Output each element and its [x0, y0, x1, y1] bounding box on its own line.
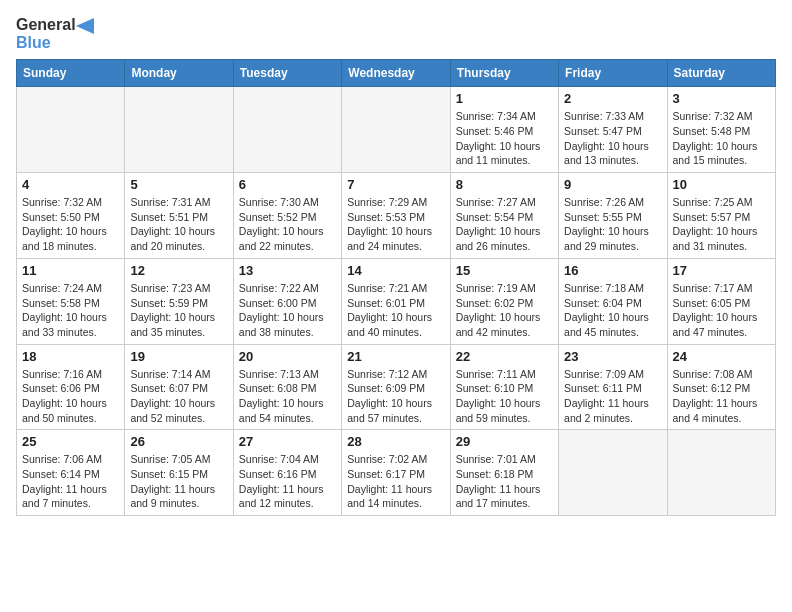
day-number: 21 — [347, 349, 444, 364]
day-info: Sunrise: 7:18 AM Sunset: 6:04 PM Dayligh… — [564, 281, 661, 340]
day-number: 29 — [456, 434, 553, 449]
day-info: Sunrise: 7:32 AM Sunset: 5:50 PM Dayligh… — [22, 195, 119, 254]
day-number: 8 — [456, 177, 553, 192]
day-number: 4 — [22, 177, 119, 192]
calendar-day-cell — [17, 87, 125, 173]
day-of-week-header: Saturday — [667, 60, 775, 87]
calendar-day-cell: 27Sunrise: 7:04 AM Sunset: 6:16 PM Dayli… — [233, 430, 341, 516]
calendar-day-cell: 26Sunrise: 7:05 AM Sunset: 6:15 PM Dayli… — [125, 430, 233, 516]
calendar-day-cell: 15Sunrise: 7:19 AM Sunset: 6:02 PM Dayli… — [450, 258, 558, 344]
day-info: Sunrise: 7:11 AM Sunset: 6:10 PM Dayligh… — [456, 367, 553, 426]
day-number: 12 — [130, 263, 227, 278]
calendar-day-cell: 1Sunrise: 7:34 AM Sunset: 5:46 PM Daylig… — [450, 87, 558, 173]
calendar-day-cell: 8Sunrise: 7:27 AM Sunset: 5:54 PM Daylig… — [450, 173, 558, 259]
day-number: 11 — [22, 263, 119, 278]
day-number: 19 — [130, 349, 227, 364]
logo: General Blue — [16, 16, 94, 51]
day-info: Sunrise: 7:05 AM Sunset: 6:15 PM Dayligh… — [130, 452, 227, 511]
day-number: 5 — [130, 177, 227, 192]
calendar-day-cell: 12Sunrise: 7:23 AM Sunset: 5:59 PM Dayli… — [125, 258, 233, 344]
calendar-day-cell — [125, 87, 233, 173]
day-info: Sunrise: 7:29 AM Sunset: 5:53 PM Dayligh… — [347, 195, 444, 254]
day-number: 26 — [130, 434, 227, 449]
calendar-day-cell: 24Sunrise: 7:08 AM Sunset: 6:12 PM Dayli… — [667, 344, 775, 430]
day-number: 9 — [564, 177, 661, 192]
calendar-day-cell: 25Sunrise: 7:06 AM Sunset: 6:14 PM Dayli… — [17, 430, 125, 516]
calendar-day-cell: 20Sunrise: 7:13 AM Sunset: 6:08 PM Dayli… — [233, 344, 341, 430]
day-number: 28 — [347, 434, 444, 449]
day-of-week-header: Monday — [125, 60, 233, 87]
day-info: Sunrise: 7:25 AM Sunset: 5:57 PM Dayligh… — [673, 195, 770, 254]
day-of-week-header: Wednesday — [342, 60, 450, 87]
calendar-day-cell — [233, 87, 341, 173]
day-number: 2 — [564, 91, 661, 106]
calendar-week-row: 18Sunrise: 7:16 AM Sunset: 6:06 PM Dayli… — [17, 344, 776, 430]
calendar-week-row: 11Sunrise: 7:24 AM Sunset: 5:58 PM Dayli… — [17, 258, 776, 344]
day-info: Sunrise: 7:13 AM Sunset: 6:08 PM Dayligh… — [239, 367, 336, 426]
day-info: Sunrise: 7:14 AM Sunset: 6:07 PM Dayligh… — [130, 367, 227, 426]
day-info: Sunrise: 7:02 AM Sunset: 6:17 PM Dayligh… — [347, 452, 444, 511]
day-number: 17 — [673, 263, 770, 278]
calendar-day-cell: 3Sunrise: 7:32 AM Sunset: 5:48 PM Daylig… — [667, 87, 775, 173]
calendar-day-cell: 4Sunrise: 7:32 AM Sunset: 5:50 PM Daylig… — [17, 173, 125, 259]
day-number: 7 — [347, 177, 444, 192]
day-of-week-header: Tuesday — [233, 60, 341, 87]
day-of-week-header: Friday — [559, 60, 667, 87]
calendar-day-cell: 19Sunrise: 7:14 AM Sunset: 6:07 PM Dayli… — [125, 344, 233, 430]
calendar-day-cell: 28Sunrise: 7:02 AM Sunset: 6:17 PM Dayli… — [342, 430, 450, 516]
day-info: Sunrise: 7:09 AM Sunset: 6:11 PM Dayligh… — [564, 367, 661, 426]
day-number: 25 — [22, 434, 119, 449]
calendar-week-row: 1Sunrise: 7:34 AM Sunset: 5:46 PM Daylig… — [17, 87, 776, 173]
day-info: Sunrise: 7:17 AM Sunset: 6:05 PM Dayligh… — [673, 281, 770, 340]
calendar-table: SundayMondayTuesdayWednesdayThursdayFrid… — [16, 59, 776, 516]
calendar-day-cell: 6Sunrise: 7:30 AM Sunset: 5:52 PM Daylig… — [233, 173, 341, 259]
day-info: Sunrise: 7:01 AM Sunset: 6:18 PM Dayligh… — [456, 452, 553, 511]
day-number: 22 — [456, 349, 553, 364]
day-number: 20 — [239, 349, 336, 364]
day-of-week-header: Thursday — [450, 60, 558, 87]
day-info: Sunrise: 7:31 AM Sunset: 5:51 PM Dayligh… — [130, 195, 227, 254]
day-number: 10 — [673, 177, 770, 192]
day-info: Sunrise: 7:27 AM Sunset: 5:54 PM Dayligh… — [456, 195, 553, 254]
calendar-day-cell: 5Sunrise: 7:31 AM Sunset: 5:51 PM Daylig… — [125, 173, 233, 259]
calendar-day-cell: 22Sunrise: 7:11 AM Sunset: 6:10 PM Dayli… — [450, 344, 558, 430]
svg-marker-0 — [76, 18, 94, 34]
logo-general: General — [16, 16, 76, 33]
calendar-header-row: SundayMondayTuesdayWednesdayThursdayFrid… — [17, 60, 776, 87]
day-info: Sunrise: 7:04 AM Sunset: 6:16 PM Dayligh… — [239, 452, 336, 511]
calendar-day-cell: 13Sunrise: 7:22 AM Sunset: 6:00 PM Dayli… — [233, 258, 341, 344]
day-number: 6 — [239, 177, 336, 192]
calendar-day-cell: 18Sunrise: 7:16 AM Sunset: 6:06 PM Dayli… — [17, 344, 125, 430]
day-info: Sunrise: 7:16 AM Sunset: 6:06 PM Dayligh… — [22, 367, 119, 426]
day-info: Sunrise: 7:34 AM Sunset: 5:46 PM Dayligh… — [456, 109, 553, 168]
day-info: Sunrise: 7:08 AM Sunset: 6:12 PM Dayligh… — [673, 367, 770, 426]
calendar-day-cell: 7Sunrise: 7:29 AM Sunset: 5:53 PM Daylig… — [342, 173, 450, 259]
day-info: Sunrise: 7:33 AM Sunset: 5:47 PM Dayligh… — [564, 109, 661, 168]
calendar-day-cell: 9Sunrise: 7:26 AM Sunset: 5:55 PM Daylig… — [559, 173, 667, 259]
day-info: Sunrise: 7:26 AM Sunset: 5:55 PM Dayligh… — [564, 195, 661, 254]
calendar-week-row: 4Sunrise: 7:32 AM Sunset: 5:50 PM Daylig… — [17, 173, 776, 259]
calendar-day-cell: 16Sunrise: 7:18 AM Sunset: 6:04 PM Dayli… — [559, 258, 667, 344]
day-number: 16 — [564, 263, 661, 278]
calendar-day-cell — [342, 87, 450, 173]
calendar-day-cell: 21Sunrise: 7:12 AM Sunset: 6:09 PM Dayli… — [342, 344, 450, 430]
day-number: 27 — [239, 434, 336, 449]
day-info: Sunrise: 7:12 AM Sunset: 6:09 PM Dayligh… — [347, 367, 444, 426]
calendar-day-cell — [559, 430, 667, 516]
day-info: Sunrise: 7:06 AM Sunset: 6:14 PM Dayligh… — [22, 452, 119, 511]
calendar-day-cell: 29Sunrise: 7:01 AM Sunset: 6:18 PM Dayli… — [450, 430, 558, 516]
day-number: 24 — [673, 349, 770, 364]
day-info: Sunrise: 7:21 AM Sunset: 6:01 PM Dayligh… — [347, 281, 444, 340]
day-number: 13 — [239, 263, 336, 278]
calendar-week-row: 25Sunrise: 7:06 AM Sunset: 6:14 PM Dayli… — [17, 430, 776, 516]
day-info: Sunrise: 7:23 AM Sunset: 5:59 PM Dayligh… — [130, 281, 227, 340]
day-of-week-header: Sunday — [17, 60, 125, 87]
day-info: Sunrise: 7:32 AM Sunset: 5:48 PM Dayligh… — [673, 109, 770, 168]
day-number: 15 — [456, 263, 553, 278]
calendar-day-cell: 2Sunrise: 7:33 AM Sunset: 5:47 PM Daylig… — [559, 87, 667, 173]
calendar-day-cell: 17Sunrise: 7:17 AM Sunset: 6:05 PM Dayli… — [667, 258, 775, 344]
day-number: 18 — [22, 349, 119, 364]
header: General Blue — [16, 16, 776, 51]
day-number: 1 — [456, 91, 553, 106]
day-info: Sunrise: 7:22 AM Sunset: 6:00 PM Dayligh… — [239, 281, 336, 340]
